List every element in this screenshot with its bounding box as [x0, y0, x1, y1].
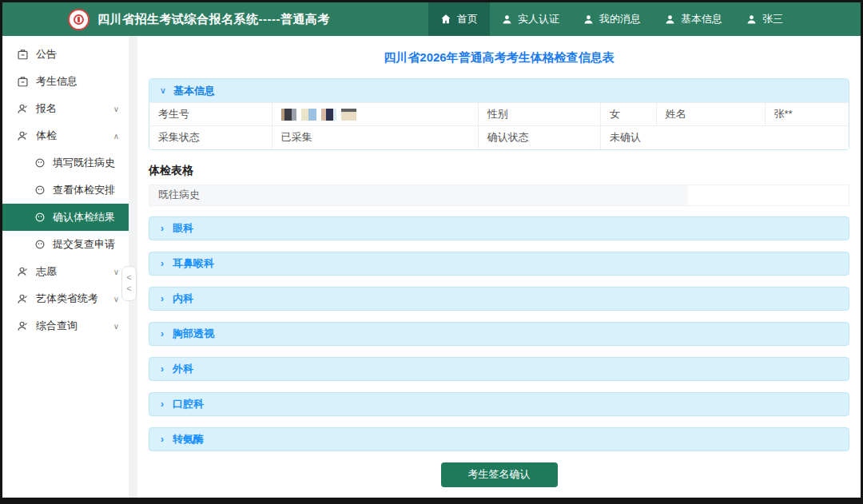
chevron-right-icon: › [161, 328, 164, 339]
field-label-candidate-no: 考生号 [149, 103, 272, 126]
accordion-label: 外科 [173, 362, 193, 376]
accordion-label: 内科 [173, 292, 193, 306]
sidebar-item-confirm-exam-results[interactable]: 确认体检结果 [2, 204, 129, 231]
main-content: 四川省2026年普通高考考生体格检查信息表 ∨ 基本信息 考生号 [137, 36, 861, 498]
app-title: 四川省招生考试综合报名系统-----普通高考 [97, 12, 330, 27]
sidebar-item-comprehensive-query[interactable]: 综合查询 ∨ [2, 312, 129, 339]
table-row: 采集状态 已采集 确认状态 未确认 [149, 126, 849, 149]
sidebar-item-submit-recheck-request[interactable]: 提交复查申请 [2, 231, 129, 258]
chevron-down-icon: ∨ [160, 85, 166, 96]
field-value-name: 张** [765, 103, 849, 126]
user-icon [502, 14, 512, 25]
sidebar-item-label: 确认体检结果 [53, 210, 119, 224]
sidebar-item-label: 体检 [36, 129, 106, 143]
chevron-down-icon: ∨ [113, 295, 119, 304]
user-icon [17, 320, 29, 332]
nav-real-person-auth[interactable]: 实人认证 [490, 2, 571, 36]
nav-basic-info[interactable]: 基本信息 [653, 2, 734, 36]
accordion-surgery[interactable]: › 外科 [149, 357, 849, 381]
sidebar-item-label: 查看体检安排 [53, 183, 119, 197]
medical-history-row: 既往病史 [149, 185, 849, 206]
app-header: 四川省招生考试综合报名系统-----普通高考 首页 实人认证 我的消息 [2, 2, 861, 36]
accordion-label: 胸部透视 [173, 327, 214, 341]
exam-table-title: 体检表格 [149, 164, 849, 178]
field-label-collect-status: 采集状态 [149, 126, 272, 149]
nav-home[interactable]: 首页 [428, 2, 490, 36]
medical-history-label: 既往病史 [149, 185, 688, 205]
circle-face-icon [34, 212, 46, 223]
basic-info-title: 基本信息 [173, 84, 215, 98]
user-icon [665, 14, 675, 25]
sidebar-item-fill-medical-history[interactable]: 填写既往病史 [2, 149, 129, 177]
sidebar-item-preferences[interactable]: 志愿 ∨ [2, 258, 129, 285]
user-icon [583, 14, 594, 25]
basic-info-table: 考生号 性别 女 姓名 张** 采集状态 已采集 确认状态 未确认 [149, 102, 849, 149]
page-title: 四川省2026年普通高考考生体格检查信息表 [149, 50, 849, 65]
badge-icon [17, 76, 29, 88]
emblem-icon [68, 9, 89, 30]
user-icon [17, 103, 29, 115]
collapse-left-icon: < [126, 272, 131, 284]
accordion-label: 转氨酶 [173, 432, 204, 446]
sidebar-item-label: 提交复查申请 [53, 237, 119, 252]
accordion-chest-xray[interactable]: › 胸部透视 [149, 322, 849, 346]
chevron-right-icon: › [161, 399, 164, 410]
chevron-down-icon: ∨ [113, 322, 119, 331]
sidebar: 公告 考生信息 报名 ∨ 体检 ∧ [2, 36, 129, 498]
field-value-collect-status: 已采集 [272, 126, 478, 149]
basic-info-panel-header[interactable]: ∨ 基本信息 [149, 79, 849, 102]
sidebar-item-label: 考生信息 [36, 74, 119, 89]
user-icon [17, 130, 29, 142]
candidate-sign-confirm-button[interactable]: 考生签名确认 [441, 462, 558, 487]
sidebar-item-candidate-info[interactable]: 考生信息 [2, 68, 129, 95]
sidebar-item-label: 报名 [36, 101, 106, 116]
chevron-right-icon: › [161, 223, 164, 234]
sidebar-item-view-exam-schedule[interactable]: 查看体检安排 [2, 177, 129, 204]
user-icon [17, 293, 29, 305]
nav-label: 我的消息 [599, 12, 641, 26]
sidebar-item-label: 填写既往病史 [53, 156, 119, 170]
accordion-label: 眼科 [173, 221, 193, 236]
user-icon [746, 14, 757, 25]
chevron-right-icon: › [161, 434, 164, 445]
sidebar-item-art-sports-exam[interactable]: 艺体类省统考 ∨ [2, 285, 129, 312]
home-icon [440, 14, 451, 25]
circle-face-icon [34, 157, 46, 169]
button-row: 考生签名确认 [149, 462, 849, 487]
nav-label: 首页 [457, 12, 478, 26]
field-label-name: 姓名 [656, 103, 765, 126]
brand: 四川省招生考试综合报名系统-----普通高考 [2, 2, 428, 36]
sidebar-item-registration[interactable]: 报名 ∨ [2, 95, 129, 122]
nav-label: 基本信息 [681, 12, 722, 26]
circle-face-icon [34, 185, 46, 196]
top-nav: 首页 实人认证 我的消息 基本信息 [428, 2, 861, 36]
accordion-ent[interactable]: › 耳鼻喉科 [149, 252, 849, 276]
chevron-right-icon: › [161, 363, 164, 375]
sidebar-item-label: 综合查询 [36, 319, 106, 333]
accordion-ophthalmology[interactable]: › 眼科 [149, 216, 849, 240]
field-value-candidate-no [272, 103, 478, 126]
chevron-up-icon: ∧ [113, 132, 119, 141]
body-row: 公告 考生信息 报名 ∨ 体检 ∧ [2, 36, 861, 498]
app-window: 四川省招生考试综合报名系统-----普通高考 首页 实人认证 我的消息 [0, 0, 863, 504]
sidebar-item-label: 志愿 [36, 264, 106, 279]
chevron-right-icon: › [161, 258, 164, 269]
accordion-label: 耳鼻喉科 [173, 256, 214, 271]
sidebar-item-physical-exam[interactable]: 体检 ∧ [2, 122, 129, 149]
accordion-internal-medicine[interactable]: › 内科 [149, 287, 849, 311]
accordion-label: 口腔科 [173, 397, 204, 411]
chevron-down-icon: ∨ [113, 268, 119, 276]
badge-icon [17, 49, 29, 61]
user-icon [17, 266, 29, 278]
medical-history-value [688, 185, 849, 205]
sidebar-item-announcements[interactable]: 公告 [2, 41, 129, 68]
accordion-dental[interactable]: › 口腔科 [149, 392, 849, 416]
nav-label: 张三 [762, 12, 783, 26]
sidebar-gutter: < < [129, 36, 137, 498]
nav-my-messages[interactable]: 我的消息 [571, 2, 653, 36]
accordion-transaminase[interactable]: › 转氨酶 [149, 427, 849, 451]
sidebar-collapse-handle[interactable]: < < [121, 266, 137, 301]
field-label-gender: 性别 [478, 103, 600, 126]
chevron-down-icon: ∨ [113, 105, 119, 113]
nav-user-zhangsan[interactable]: 张三 [734, 2, 795, 36]
